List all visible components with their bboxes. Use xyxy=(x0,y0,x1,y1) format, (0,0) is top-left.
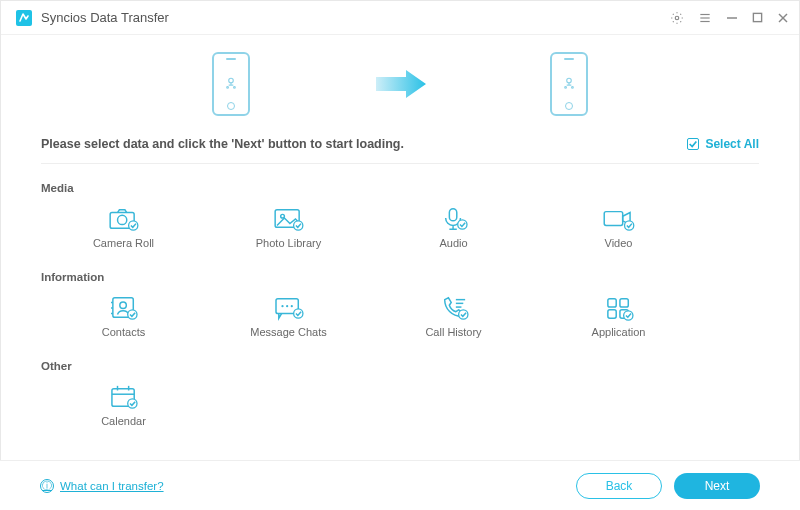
help-link-label: What can I transfer? xyxy=(60,480,164,492)
svg-point-37 xyxy=(293,309,302,318)
item-label: Calendar xyxy=(101,415,146,427)
svg-point-18 xyxy=(128,221,137,230)
audio-icon xyxy=(437,206,471,232)
information-grid: Contacts Message Chats Call History xyxy=(41,289,701,348)
title-bar: Syncios Data Transfer xyxy=(1,1,799,35)
svg-rect-43 xyxy=(619,299,627,307)
svg-point-1 xyxy=(675,16,679,20)
instruction-row: Please select data and click the 'Next' … xyxy=(1,137,799,151)
app-title: Syncios Data Transfer xyxy=(41,10,169,25)
item-label: Message Chats xyxy=(250,326,326,338)
back-button-label: Back xyxy=(606,479,633,493)
item-application[interactable]: Application xyxy=(536,289,701,348)
target-phone-icon xyxy=(550,52,588,116)
item-audio[interactable]: Audio xyxy=(371,200,536,259)
select-all-label: Select All xyxy=(705,137,759,151)
source-phone-icon xyxy=(212,52,250,116)
other-grid: Calendar xyxy=(41,378,701,437)
svg-point-36 xyxy=(290,305,292,307)
item-label: Application xyxy=(592,326,646,338)
section-title-other: Other xyxy=(41,360,759,372)
maximize-button[interactable] xyxy=(752,12,763,23)
svg-point-23 xyxy=(457,220,466,229)
item-label: Contacts xyxy=(102,326,145,338)
svg-point-26 xyxy=(624,221,633,230)
settings-icon[interactable] xyxy=(670,11,684,25)
info-icon: ⓘ xyxy=(40,479,54,493)
item-photo-library[interactable]: Photo Library xyxy=(206,200,371,259)
select-all-checkbox-icon xyxy=(687,138,699,150)
media-grid: Camera Roll Photo Library Audio xyxy=(41,200,701,259)
item-contacts[interactable]: Contacts xyxy=(41,289,206,348)
svg-point-34 xyxy=(281,305,283,307)
svg-point-11 xyxy=(234,87,236,89)
item-calendar[interactable]: Calendar xyxy=(41,378,206,437)
instruction-text: Please select data and click the 'Next' … xyxy=(41,137,404,151)
svg-rect-24 xyxy=(604,212,622,226)
message-icon xyxy=(272,295,306,321)
svg-point-15 xyxy=(572,87,574,89)
svg-point-14 xyxy=(565,87,567,89)
svg-point-28 xyxy=(119,302,126,309)
contacts-icon xyxy=(107,295,141,321)
minimize-button[interactable] xyxy=(726,12,738,24)
select-all-toggle[interactable]: Select All xyxy=(687,137,759,151)
back-button[interactable]: Back xyxy=(576,473,662,499)
svg-rect-6 xyxy=(753,13,761,21)
svg-point-21 xyxy=(293,221,302,230)
footer-buttons: Back Next xyxy=(576,473,760,499)
calendar-icon xyxy=(107,384,141,410)
svg-point-32 xyxy=(127,310,136,319)
call-history-icon xyxy=(437,295,471,321)
next-button-label: Next xyxy=(705,479,730,493)
svg-point-41 xyxy=(458,310,467,319)
section-title-media: Media xyxy=(41,182,759,194)
svg-rect-42 xyxy=(607,299,615,307)
item-call-history[interactable]: Call History xyxy=(371,289,536,348)
item-label: Call History xyxy=(425,326,481,338)
transfer-hero xyxy=(1,35,799,133)
item-camera-roll[interactable]: Camera Roll xyxy=(41,200,206,259)
svg-point-20 xyxy=(280,214,284,218)
item-label: Audio xyxy=(439,237,467,249)
svg-point-13 xyxy=(567,78,572,83)
menu-icon[interactable] xyxy=(698,11,712,25)
svg-marker-12 xyxy=(376,70,426,98)
video-icon xyxy=(602,206,636,232)
next-button[interactable]: Next xyxy=(674,473,760,499)
data-sections: Media Camera Roll Photo Library xyxy=(1,164,799,437)
item-video[interactable]: Video xyxy=(536,200,701,259)
item-label: Photo Library xyxy=(256,237,321,249)
transfer-arrow-icon xyxy=(370,67,430,101)
svg-point-35 xyxy=(286,305,288,307)
application-icon xyxy=(602,295,636,321)
svg-rect-0 xyxy=(16,10,32,26)
svg-point-54 xyxy=(127,399,136,408)
window-controls xyxy=(670,11,789,25)
svg-rect-22 xyxy=(449,209,456,221)
svg-rect-44 xyxy=(607,310,615,318)
section-title-information: Information xyxy=(41,271,759,283)
svg-point-17 xyxy=(117,215,126,224)
photo-icon xyxy=(272,206,306,232)
help-link[interactable]: ⓘ What can I transfer? xyxy=(40,479,164,493)
svg-point-10 xyxy=(227,87,229,89)
close-button[interactable] xyxy=(777,12,789,24)
item-message-chats[interactable]: Message Chats xyxy=(206,289,371,348)
camera-icon xyxy=(107,206,141,232)
svg-point-9 xyxy=(229,78,234,83)
svg-point-46 xyxy=(623,311,632,320)
footer: ⓘ What can I transfer? Back Next xyxy=(0,460,800,510)
app-logo-icon xyxy=(15,9,33,27)
item-label: Camera Roll xyxy=(93,237,154,249)
item-label: Video xyxy=(605,237,633,249)
